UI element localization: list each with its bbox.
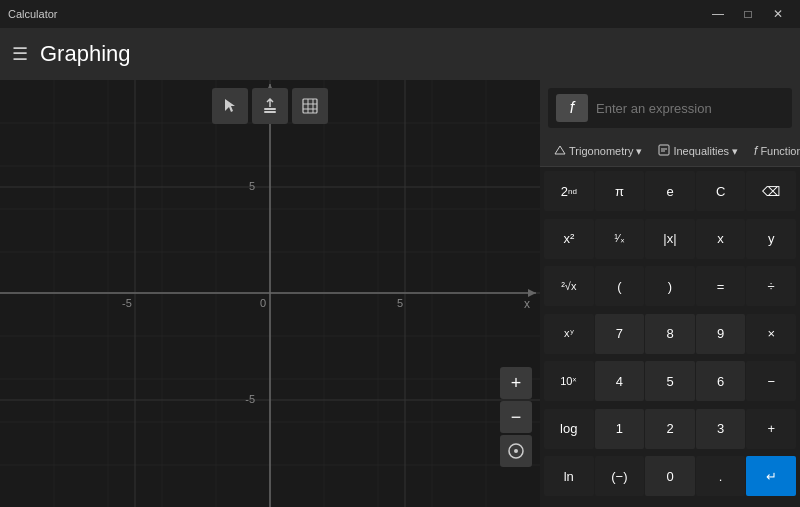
key-2nd[interactable]: 2nd — [544, 171, 594, 211]
svg-text:5: 5 — [397, 297, 403, 309]
key-ln[interactable]: ln — [544, 456, 594, 496]
main-content: x y -5 0 5 5 -5 — [0, 80, 800, 507]
svg-text:0: 0 — [260, 297, 266, 309]
key-equals[interactable]: = — [696, 266, 746, 306]
export-tool-button[interactable] — [252, 88, 288, 124]
svg-text:-5: -5 — [122, 297, 132, 309]
graph-nav: + − — [500, 367, 532, 467]
title-bar-label: Calculator — [8, 8, 704, 20]
key-add[interactable]: + — [746, 409, 796, 449]
key-4[interactable]: 4 — [595, 361, 645, 401]
key-multiply[interactable]: × — [746, 314, 796, 354]
key-negate[interactable]: (−) — [595, 456, 645, 496]
keypad: 2nd π e C ⌫ x² ¹⁄ₓ |x| x y ²√x ( ) = ÷ x… — [540, 167, 800, 507]
graph-grid: x y -5 0 5 5 -5 — [0, 80, 540, 507]
right-panel: f Trigonometry ▾ — [540, 80, 800, 507]
function-category-button[interactable]: f Function — [748, 140, 800, 162]
svg-rect-37 — [264, 108, 276, 110]
inequalities-button[interactable]: Inequalities ▾ — [652, 140, 744, 162]
key-5[interactable]: 5 — [645, 361, 695, 401]
svg-text:5: 5 — [249, 180, 255, 192]
key-x-power-y[interactable]: xʸ — [544, 314, 594, 354]
trig-icon — [554, 144, 566, 158]
category-bar: Trigonometry ▾ Inequalities ▾ f Function — [540, 136, 800, 167]
key-decimal[interactable]: . — [696, 456, 746, 496]
minimize-button[interactable]: — — [704, 4, 732, 24]
key-0[interactable]: 0 — [645, 456, 695, 496]
svg-point-45 — [514, 449, 518, 453]
title-bar-controls: — □ ✕ — [704, 4, 792, 24]
key-enter[interactable]: ↵ — [746, 456, 796, 496]
function-button[interactable]: f — [556, 94, 588, 122]
key-log[interactable]: log — [544, 409, 594, 449]
key-abs[interactable]: |x| — [645, 219, 695, 259]
zoom-out-button[interactable]: − — [500, 401, 532, 433]
key-6[interactable]: 6 — [696, 361, 746, 401]
svg-rect-38 — [264, 111, 276, 113]
inequalities-dropdown-icon: ▾ — [732, 145, 738, 158]
key-backspace[interactable]: ⌫ — [746, 171, 796, 211]
key-close-paren[interactable]: ) — [645, 266, 695, 306]
key-x-squared[interactable]: x² — [544, 219, 594, 259]
inequalities-icon — [658, 144, 670, 158]
key-x[interactable]: x — [696, 219, 746, 259]
expression-input[interactable] — [596, 101, 784, 116]
trig-dropdown-icon: ▾ — [636, 145, 642, 158]
function-category-icon: f — [754, 144, 757, 158]
key-8[interactable]: 8 — [645, 314, 695, 354]
title-bar: Calculator — □ ✕ — [0, 0, 800, 28]
key-3[interactable]: 3 — [696, 409, 746, 449]
table-tool-button[interactable] — [292, 88, 328, 124]
svg-rect-46 — [659, 145, 669, 155]
key-1[interactable]: 1 — [595, 409, 645, 449]
key-open-paren[interactable]: ( — [595, 266, 645, 306]
trigonometry-button[interactable]: Trigonometry ▾ — [548, 140, 648, 162]
page-title: Graphing — [40, 41, 131, 67]
key-y[interactable]: y — [746, 219, 796, 259]
key-sqrt[interactable]: ²√x — [544, 266, 594, 306]
svg-text:x: x — [524, 297, 530, 311]
select-tool-button[interactable] — [212, 88, 248, 124]
expression-bar: f — [548, 88, 792, 128]
svg-text:-5: -5 — [245, 393, 255, 405]
key-reciprocal[interactable]: ¹⁄ₓ — [595, 219, 645, 259]
app-header: ☰ Graphing — [0, 28, 800, 80]
maximize-button[interactable]: □ — [734, 4, 762, 24]
svg-marker-36 — [225, 99, 235, 112]
reset-view-button[interactable] — [500, 435, 532, 467]
graph-area: x y -5 0 5 5 -5 — [0, 80, 540, 507]
key-e[interactable]: e — [645, 171, 695, 211]
menu-icon[interactable]: ☰ — [12, 43, 28, 65]
close-button[interactable]: ✕ — [764, 4, 792, 24]
key-pi[interactable]: π — [595, 171, 645, 211]
key-divide[interactable]: ÷ — [746, 266, 796, 306]
key-clear[interactable]: C — [696, 171, 746, 211]
graph-toolbar — [212, 88, 328, 124]
svg-rect-39 — [303, 99, 317, 113]
key-9[interactable]: 9 — [696, 314, 746, 354]
zoom-in-button[interactable]: + — [500, 367, 532, 399]
key-10-power-x[interactable]: 10ˣ — [544, 361, 594, 401]
key-7[interactable]: 7 — [595, 314, 645, 354]
key-subtract[interactable]: − — [746, 361, 796, 401]
key-2[interactable]: 2 — [645, 409, 695, 449]
